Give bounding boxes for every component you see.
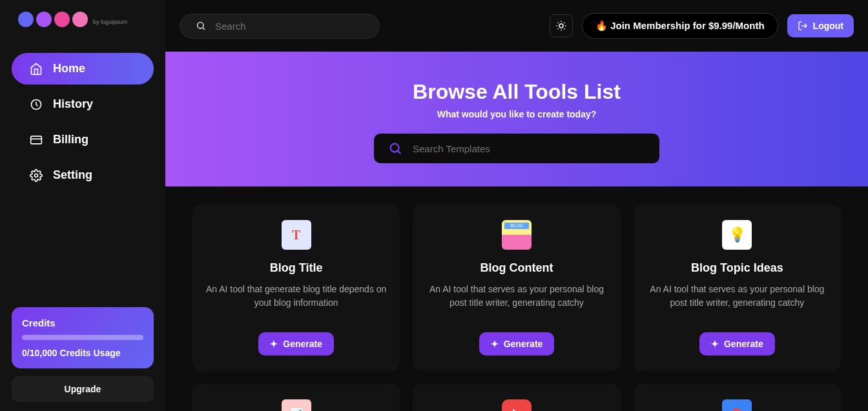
logout-label: Logout <box>813 21 843 31</box>
card-description: An AI tool that generate blog title depe… <box>205 283 387 310</box>
content-scroll[interactable]: Browse All Tools List What would you lik… <box>165 52 868 411</box>
generate-label: Generate <box>504 339 543 349</box>
generate-button[interactable]: ✦ Generate <box>699 332 775 356</box>
credits-title: Credits <box>22 317 143 328</box>
home-icon <box>30 63 43 75</box>
card-description: An AI tool that serves as your personal … <box>646 283 828 310</box>
generate-button[interactable]: ✦ Generate <box>479 332 555 356</box>
tool-card: 💡 Blog Topic Ideas An AI tool that serve… <box>634 205 841 371</box>
gear-icon <box>30 169 43 182</box>
svg-line-13 <box>558 28 559 29</box>
generate-label: Generate <box>283 339 322 349</box>
credits-progress-bar <box>22 335 143 340</box>
sidebar-item-billing[interactable]: Billing <box>12 124 154 155</box>
hero-title: Browse All Tools List <box>413 80 621 104</box>
tool-card <box>413 384 620 411</box>
logo-dot-icon <box>36 12 52 27</box>
generate-label: Generate <box>724 339 763 349</box>
template-search[interactable] <box>374 134 659 163</box>
blog-content-icon: BLOG <box>502 220 532 250</box>
blog-ideas-icon: 💡 <box>722 220 752 250</box>
tool-card: 📊 <box>192 384 400 411</box>
sparkle-icon: ✦ <box>270 339 278 349</box>
youtube-icon <box>502 399 532 411</box>
svg-rect-1 <box>31 136 42 144</box>
sidebar-item-label: History <box>53 97 93 111</box>
top-search[interactable] <box>180 14 380 39</box>
credits-panel: Credits 0/10,000 Credits Usage <box>12 307 154 368</box>
credit-card-icon <box>30 134 43 146</box>
blog-title-icon: T <box>282 220 311 250</box>
card-title: Blog Topic Ideas <box>691 261 783 275</box>
sparkle-icon: ✦ <box>491 339 499 349</box>
logo-dot-icon <box>72 12 88 27</box>
svg-point-3 <box>35 174 38 177</box>
svg-line-10 <box>564 28 564 29</box>
card-title: Blog Title <box>270 261 323 275</box>
sidebar-item-label: Setting <box>53 168 92 182</box>
card-title: Blog Content <box>480 261 553 275</box>
search-icon <box>196 21 206 31</box>
sidebar-item-history[interactable]: History <box>12 88 154 120</box>
tool-cards-grid: T Blog Title An AI tool that generate bl… <box>165 186 868 411</box>
logo-byline: by logoipsum <box>93 19 127 25</box>
sidebar-item-label: Home <box>53 62 85 75</box>
chart-icon: 📊 <box>282 399 311 411</box>
upgrade-button[interactable]: Upgrade <box>12 376 154 402</box>
generate-button[interactable]: ✦ Generate <box>258 332 334 356</box>
svg-point-4 <box>198 23 203 28</box>
history-icon <box>30 98 43 111</box>
svg-line-5 <box>203 28 205 30</box>
tool-card <box>634 384 841 411</box>
video-player-icon <box>722 399 752 411</box>
logout-button[interactable]: Logout <box>787 14 854 37</box>
sun-icon <box>555 20 567 32</box>
tool-card: T Blog Title An AI tool that generate bl… <box>192 205 400 371</box>
top-search-input[interactable] <box>215 21 364 32</box>
logo-dot-icon <box>18 12 34 27</box>
svg-point-6 <box>559 24 563 28</box>
membership-button[interactable]: 🔥 Join Membership for $9.99/Month <box>582 13 778 39</box>
sidebar-item-setting[interactable]: Setting <box>12 159 154 191</box>
topbar: 🔥 Join Membership for $9.99/Month Logout <box>165 0 868 52</box>
svg-line-9 <box>558 23 559 23</box>
svg-line-17 <box>398 151 400 154</box>
template-search-input[interactable] <box>413 143 645 154</box>
card-description: An AI tool that serves as your personal … <box>426 283 607 310</box>
sidebar-item-home[interactable]: Home <box>12 53 154 85</box>
logout-icon <box>798 21 808 31</box>
main-area: 🔥 Join Membership for $9.99/Month Logout… <box>165 0 868 411</box>
hero-subtitle: What would you like to create today? <box>437 109 597 119</box>
sidebar: by logoipsum Home History Billing Settin… <box>0 0 165 411</box>
logo-dot-icon <box>54 12 70 27</box>
hero-banner: Browse All Tools List What would you lik… <box>165 52 868 186</box>
sidebar-nav: Home History Billing Setting <box>12 53 154 191</box>
svg-line-14 <box>564 23 564 23</box>
theme-toggle-button[interactable] <box>550 14 573 37</box>
sidebar-item-label: Billing <box>53 133 88 146</box>
credits-usage-text: 0/10,000 Credits Usage <box>22 348 143 358</box>
tool-card: BLOG Blog Content An AI tool that serves… <box>413 205 620 371</box>
svg-point-16 <box>391 144 399 152</box>
app-logo: by logoipsum <box>12 9 154 34</box>
search-icon <box>388 141 402 155</box>
sparkle-icon: ✦ <box>711 339 719 349</box>
